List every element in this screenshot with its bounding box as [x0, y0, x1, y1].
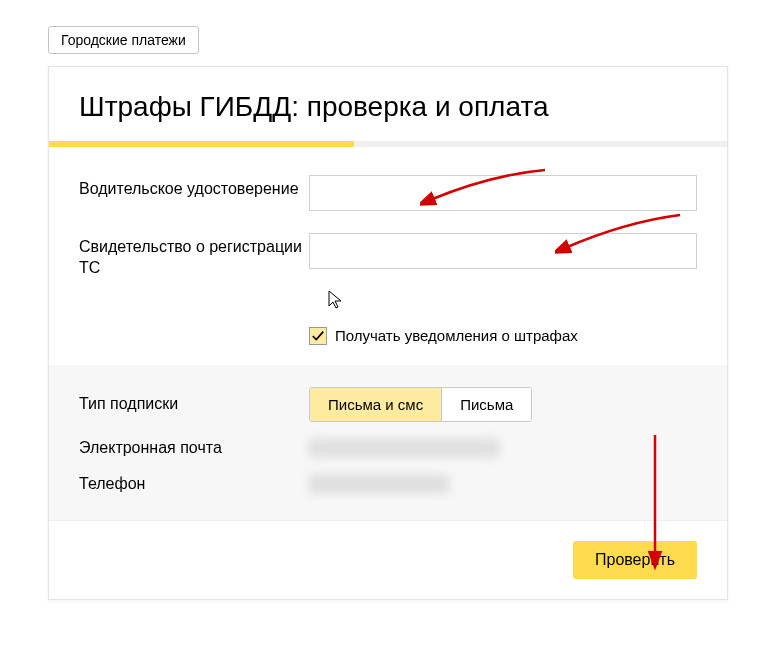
subscription-option-letters[interactable]: Письма	[441, 388, 531, 421]
progress-bar	[49, 141, 727, 147]
card-header: Штрафы ГИБДД: проверка и оплата	[49, 67, 727, 141]
subscription-section: Тип подписки Письма и смс Письма Электро…	[49, 365, 727, 520]
driver-license-label: Водительское удостоверение	[79, 175, 309, 200]
subscription-type-row: Тип подписки Письма и смс Письма	[79, 387, 697, 422]
registration-input[interactable]	[309, 233, 697, 269]
registration-label: Свидетельство о регистрации ТС	[79, 233, 309, 279]
phone-value-blurred	[309, 474, 449, 494]
email-label: Электронная почта	[79, 439, 309, 457]
phone-row: Телефон	[79, 474, 697, 494]
subscription-option-sms[interactable]: Письма и смс	[310, 388, 441, 421]
email-row: Электронная почта	[79, 438, 697, 458]
driver-license-input[interactable]	[309, 175, 697, 211]
page-title: Штрафы ГИБДД: проверка и оплата	[79, 91, 697, 123]
phone-label: Телефон	[79, 475, 309, 493]
submit-button[interactable]: Проверить	[573, 541, 697, 579]
card-footer: Проверить	[49, 520, 727, 599]
notifications-label: Получать уведомления о штрафах	[335, 327, 578, 344]
progress-fill	[49, 141, 354, 147]
email-value-blurred	[309, 438, 499, 458]
checkmark-icon	[311, 329, 325, 343]
subscription-segmented: Письма и смс Письма	[309, 387, 532, 422]
driver-license-row: Водительское удостоверение	[79, 175, 697, 211]
notifications-row: Получать уведомления о штрафах	[309, 327, 697, 345]
form-section: Водительское удостоверение Свидетельство…	[49, 147, 727, 365]
main-card: Штрафы ГИБДД: проверка и оплата Водитель…	[48, 66, 728, 600]
subscription-type-label: Тип подписки	[79, 395, 309, 413]
breadcrumb-button[interactable]: Городские платежи	[48, 26, 199, 54]
notifications-checkbox[interactable]	[309, 327, 327, 345]
registration-row: Свидетельство о регистрации ТС	[79, 233, 697, 279]
